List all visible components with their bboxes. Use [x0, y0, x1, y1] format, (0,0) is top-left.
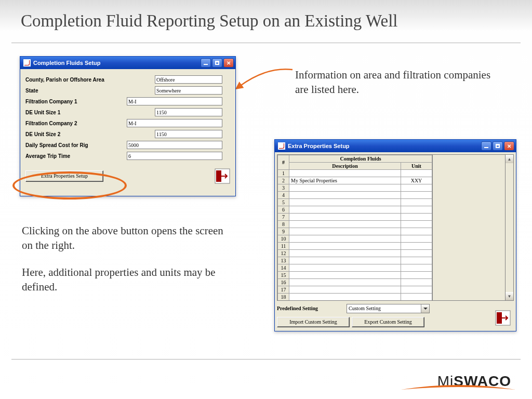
cell-description[interactable] — [289, 199, 401, 206]
row-number: 3 — [278, 184, 289, 192]
table-row[interactable]: 13 — [278, 257, 432, 264]
cell-unit[interactable] — [401, 264, 432, 272]
titlebar[interactable]: Extra Properties Setup — [275, 140, 516, 152]
table-row[interactable]: 9 — [278, 228, 432, 235]
cell-unit[interactable] — [401, 206, 432, 214]
cell-description[interactable] — [289, 235, 401, 243]
row-number: 2 — [278, 177, 289, 184]
cell-unit[interactable] — [401, 257, 432, 264]
cell-unit[interactable] — [401, 170, 432, 177]
cell-unit[interactable] — [401, 184, 432, 192]
table-row[interactable]: 7 — [278, 214, 432, 221]
chevron-down-icon[interactable] — [421, 304, 429, 313]
minimize-button[interactable] — [201, 58, 211, 68]
state-field[interactable] — [155, 86, 222, 95]
table-row[interactable]: 10 — [278, 235, 432, 243]
maximize-button[interactable] — [493, 141, 503, 151]
cell-description[interactable] — [289, 206, 401, 214]
filtration1-field[interactable] — [127, 97, 222, 105]
annotation-click: Clicking on the above button opens the s… — [22, 223, 224, 253]
state-label: State — [25, 88, 127, 94]
table-row[interactable]: 11 — [278, 243, 432, 250]
cell-description[interactable] — [289, 243, 401, 250]
maximize-button[interactable] — [212, 58, 222, 68]
cell-description[interactable] — [289, 250, 401, 257]
cell-description[interactable] — [289, 184, 401, 192]
cell-unit[interactable] — [401, 214, 432, 221]
close-button[interactable] — [223, 58, 234, 68]
filtration1-label: Filtration Company 1 — [25, 99, 127, 104]
table-row[interactable]: 12 — [278, 250, 432, 257]
minimize-button[interactable] — [481, 141, 491, 151]
cell-description[interactable] — [289, 264, 401, 272]
cell-unit[interactable] — [401, 272, 432, 279]
row-number: 15 — [278, 272, 289, 279]
close-button[interactable] — [504, 141, 514, 151]
export-custom-setting-button[interactable]: Export Custom Setting — [352, 317, 424, 327]
cell-unit[interactable] — [401, 243, 432, 250]
svg-rect-3 — [497, 312, 502, 324]
table-row[interactable]: 16 — [278, 279, 432, 286]
filtration2-label: Filtration Company 2 — [25, 121, 127, 126]
scroll-up-icon[interactable]: ▲ — [506, 155, 513, 163]
table-row[interactable]: 18 — [278, 294, 432, 301]
cell-unit[interactable] — [401, 228, 432, 235]
scroll-down-icon[interactable]: ▼ — [506, 292, 513, 300]
cell-unit[interactable] — [401, 294, 432, 301]
vertical-scrollbar[interactable]: ▲ ▼ — [505, 155, 513, 300]
cell-unit[interactable] — [401, 192, 432, 199]
titlebar[interactable]: Completion Fluids Setup — [20, 57, 235, 69]
cell-description[interactable] — [289, 272, 401, 279]
callout-arrow-icon — [235, 61, 298, 92]
predefined-setting-select[interactable]: Custom Setting — [347, 304, 430, 313]
cell-unit[interactable] — [401, 286, 432, 294]
table-row[interactable]: 8 — [278, 221, 432, 228]
cell-description[interactable] — [289, 257, 401, 264]
col-group: Completion Fluids — [289, 155, 432, 163]
cell-unit[interactable]: XXY — [401, 177, 432, 184]
spread-field[interactable] — [127, 141, 222, 149]
exit-icon[interactable] — [215, 168, 230, 184]
table-row[interactable]: 5 — [278, 199, 432, 206]
divider — [11, 43, 521, 43]
cell-description[interactable] — [289, 221, 401, 228]
extra-properties-setup-window: Extra Properties Setup # Completion Flui… — [274, 139, 516, 331]
row-number: 10 — [278, 235, 289, 243]
cell-unit[interactable] — [401, 250, 432, 257]
cell-description[interactable]: My Special Properties — [289, 177, 401, 184]
exit-icon[interactable] — [495, 310, 511, 326]
cell-unit[interactable] — [401, 279, 432, 286]
trip-field[interactable] — [127, 152, 222, 160]
county-field[interactable] — [155, 75, 222, 84]
cell-description[interactable] — [289, 279, 401, 286]
properties-grid: # Completion Fluids Description Unit 12M… — [277, 154, 514, 301]
cell-description[interactable] — [289, 228, 401, 235]
table-row[interactable]: 15 — [278, 272, 432, 279]
de1-field[interactable] — [155, 108, 222, 116]
spread-label: Daily Spread Cost for Rig — [25, 142, 127, 148]
predefined-setting-label: Predefined Setting — [277, 305, 344, 311]
cell-description[interactable] — [289, 286, 401, 294]
cell-unit[interactable] — [401, 235, 432, 243]
table-row[interactable]: 6 — [278, 206, 432, 214]
table-row[interactable]: 4 — [278, 192, 432, 199]
table-row[interactable]: 2My Special PropertiesXXY — [278, 177, 432, 184]
annotation-define: Here, additional properties and units ma… — [22, 265, 224, 295]
row-number: 12 — [278, 250, 289, 257]
table-row[interactable]: 17 — [278, 286, 432, 294]
table-row[interactable]: 14 — [278, 264, 432, 272]
de2-field[interactable] — [155, 130, 222, 138]
svg-rect-1 — [216, 170, 221, 182]
cell-description[interactable] — [289, 294, 401, 301]
row-number: 11 — [278, 243, 289, 250]
cell-unit[interactable] — [401, 221, 432, 228]
table-row[interactable]: 1 — [278, 170, 432, 177]
filtration2-field[interactable] — [127, 119, 222, 127]
cell-unit[interactable] — [401, 199, 432, 206]
cell-description[interactable] — [289, 192, 401, 199]
import-custom-setting-button[interactable]: Import Custom Setting — [277, 317, 350, 327]
extra-properties-setup-button[interactable]: Extra Properties Setup — [25, 170, 103, 182]
cell-description[interactable] — [289, 170, 401, 177]
cell-description[interactable] — [289, 214, 401, 221]
table-row[interactable]: 3 — [278, 184, 432, 192]
